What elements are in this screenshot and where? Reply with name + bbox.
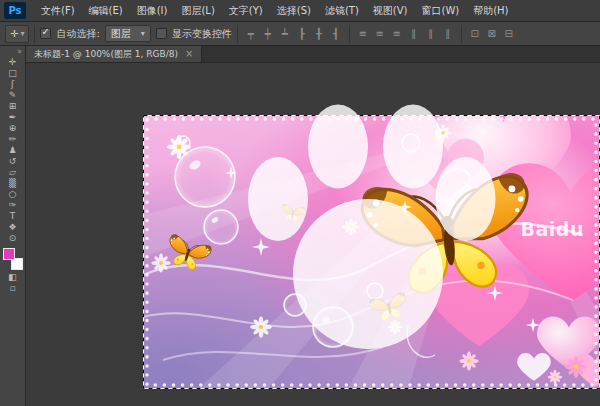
menu-item[interactable]: 视图(V): [366, 0, 415, 22]
menu-item[interactable]: 文字(Y): [222, 0, 270, 22]
document-tab-title: 未标题-1 @ 100%(图层 1, RGB/8): [34, 48, 178, 61]
tool-preset-picker[interactable]: ✛ ▾: [5, 25, 29, 43]
photoshop-logo: Ps: [4, 2, 26, 19]
blur-tool[interactable]: ○: [2, 189, 24, 200]
tools-panel: » ✛□ʃ✎⊞✒⊕✏♟↺▱▒○✑T❖⊙ ◧▫: [0, 46, 26, 406]
menu-item[interactable]: 图像(I): [130, 0, 175, 22]
menu-item[interactable]: 窗口(W): [414, 0, 466, 22]
menu-item[interactable]: 编辑(E): [82, 0, 130, 22]
lasso-tool[interactable]: ʃ: [2, 79, 24, 90]
hand-tool[interactable]: ❖: [2, 222, 24, 233]
type-tool[interactable]: T: [2, 211, 24, 222]
align-top-icon[interactable]: ┯: [243, 26, 259, 42]
workspace: 未标题-1 @ 100%(图层 1, RGB/8) ×: [26, 46, 600, 406]
butterfly-artwork: [143, 115, 600, 389]
align-left-icon[interactable]: ┠: [294, 26, 310, 42]
auto-select-checkbox[interactable]: [40, 28, 51, 39]
brush-tool[interactable]: ✏: [2, 134, 24, 145]
move-tool[interactable]: ✛: [2, 57, 24, 68]
auto-align-icon[interactable]: ⊡: [467, 26, 483, 42]
align-buttons: ┯┿┷┠╂┨: [243, 26, 344, 42]
align-vcenter-icon[interactable]: ┿: [260, 26, 276, 42]
warp-mode-icon[interactable]: ⊠: [484, 26, 500, 42]
3d-mode-icon[interactable]: ⊟: [501, 26, 517, 42]
distribute-left-icon[interactable]: ∥: [406, 26, 422, 42]
chevron-down-icon: ▾: [141, 29, 145, 38]
screen-mode-icon[interactable]: ▫: [2, 283, 24, 294]
align-bottom-icon[interactable]: ┷: [277, 26, 293, 42]
history-brush-tool[interactable]: ↺: [2, 156, 24, 167]
distribute-vcenter-icon[interactable]: ≡: [372, 26, 388, 42]
color-swatches: [3, 248, 23, 270]
menu-items: 文件(F)编辑(E)图像(I)图层(L)文字(Y)选择(S)滤镜(T)视图(V)…: [34, 0, 516, 22]
move-tool-icon: ✛: [10, 28, 18, 39]
align-hcenter-icon[interactable]: ╂: [311, 26, 327, 42]
clone-stamp-tool[interactable]: ♟: [2, 145, 24, 156]
canvas-image[interactable]: Baidu: [143, 115, 600, 389]
healing-brush-tool[interactable]: ⊕: [2, 123, 24, 134]
menu-item[interactable]: 图层(L): [174, 0, 221, 22]
eraser-tool[interactable]: ▱: [2, 167, 24, 178]
mode-buttons: ◧▫: [2, 272, 24, 294]
separator: [34, 25, 35, 43]
pen-tool[interactable]: ✑: [2, 200, 24, 211]
tool-options-bar: ✛ ▾ 自动选择: 图层 ▾ 显示变换控件 ┯┿┷┠╂┨ ≡≡≡∥∥∥ ⊡⊠⊟: [0, 22, 600, 46]
menu-bar: Ps 文件(F)编辑(E)图像(I)图层(L)文字(Y)选择(S)滤镜(T)视图…: [0, 0, 600, 22]
distribute-right-icon[interactable]: ∥: [440, 26, 456, 42]
close-icon[interactable]: ×: [185, 49, 193, 59]
document-tab[interactable]: 未标题-1 @ 100%(图层 1, RGB/8) ×: [26, 46, 202, 62]
chevron-down-icon: ▾: [20, 29, 24, 38]
document-tab-bar: 未标题-1 @ 100%(图层 1, RGB/8) ×: [26, 46, 600, 63]
dropdown-value: 图层: [111, 27, 131, 41]
quick-mask-icon[interactable]: ◧: [2, 272, 24, 283]
gradient-tool[interactable]: ▒: [2, 178, 24, 189]
show-transform-label: 显示变换控件: [172, 27, 232, 41]
crop-tool[interactable]: ⊞: [2, 101, 24, 112]
eyedropper-tool[interactable]: ✒: [2, 112, 24, 123]
distribute-buttons: ≡≡≡∥∥∥: [355, 26, 456, 42]
auto-select-label: 自动选择:: [56, 27, 99, 41]
canvas-pasteboard[interactable]: Baidu: [26, 63, 600, 406]
distribute-top-icon[interactable]: ≡: [355, 26, 371, 42]
foreground-color-swatch[interactable]: [3, 248, 15, 260]
tool-buttons: ✛□ʃ✎⊞✒⊕✏♟↺▱▒○✑T❖⊙: [2, 57, 24, 244]
menu-item[interactable]: 选择(S): [270, 0, 318, 22]
menu-item[interactable]: 帮助(H): [466, 0, 515, 22]
extra-option-buttons: ⊡⊠⊟: [467, 26, 517, 42]
show-transform-checkbox[interactable]: [156, 28, 167, 39]
auto-select-target-dropdown[interactable]: 图层 ▾: [105, 25, 151, 42]
rectangular-marquee-tool[interactable]: □: [2, 68, 24, 79]
quick-selection-tool[interactable]: ✎: [2, 90, 24, 101]
align-right-icon[interactable]: ┨: [328, 26, 344, 42]
distribute-bottom-icon[interactable]: ≡: [389, 26, 405, 42]
separator: [461, 25, 462, 43]
collapse-panel-icon[interactable]: »: [0, 47, 25, 57]
zoom-tool[interactable]: ⊙: [2, 233, 24, 244]
menu-item[interactable]: 滤镜(T): [318, 0, 366, 22]
distribute-hcenter-icon[interactable]: ∥: [423, 26, 439, 42]
separator: [237, 25, 238, 43]
menu-item[interactable]: 文件(F): [34, 0, 82, 22]
separator: [349, 25, 350, 43]
